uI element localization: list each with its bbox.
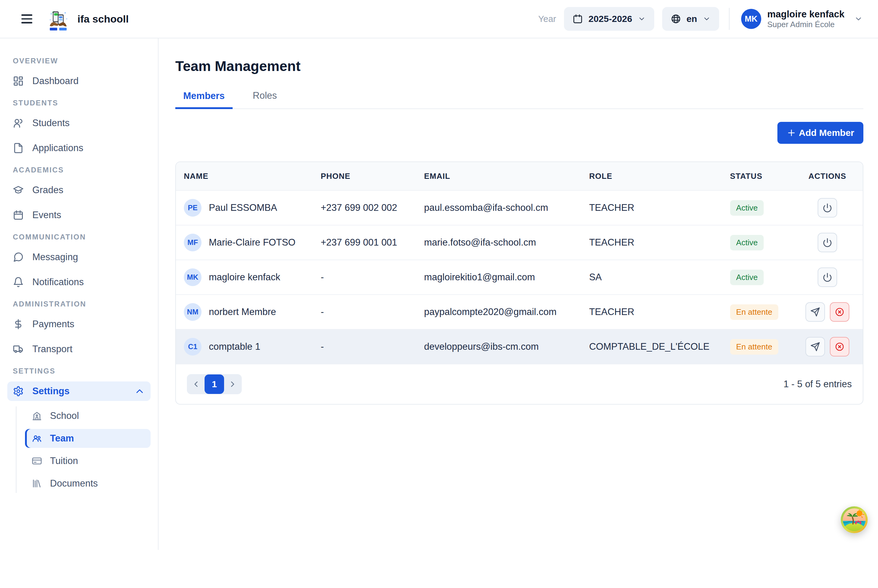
- sidebar-item-transport[interactable]: Transport: [8, 339, 150, 359]
- member-role: COMPTABLE_DE_L'ÉCOLE: [589, 341, 730, 352]
- school-logo: [47, 8, 70, 30]
- member-role: TEACHER: [589, 202, 730, 213]
- user-name: magloire kenfack: [767, 9, 845, 20]
- column-email: EMAIL: [424, 171, 589, 181]
- brand-title: ifa schooll: [77, 13, 129, 25]
- status-badge: En attente: [730, 339, 779, 355]
- sidebar-item-school[interactable]: School: [25, 406, 150, 425]
- gear-icon: [13, 386, 24, 397]
- resend-invite-button[interactable]: [806, 337, 825, 357]
- resend-invite-button[interactable]: [806, 302, 825, 322]
- member-phone: +237 699 002 002: [321, 202, 424, 213]
- add-member-button[interactable]: Add Member: [777, 122, 863, 144]
- add-member-label: Add Member: [799, 128, 854, 138]
- deactivate-button[interactable]: [818, 233, 837, 252]
- chevron-down-icon: [703, 15, 711, 23]
- status-badge: Active: [730, 235, 764, 250]
- plus-icon: [786, 128, 796, 138]
- avatar: MF: [184, 234, 201, 251]
- pagination-prev[interactable]: [189, 377, 203, 392]
- sidebar-item-payments[interactable]: Payments: [8, 314, 150, 334]
- truck-icon: [13, 344, 24, 355]
- table-row: C1 comptable 1 - developpeurs@ibs-cm.com…: [176, 329, 863, 364]
- sidebar-item-label: Dashboard: [32, 75, 79, 87]
- sidebar-item-label: Notifications: [32, 277, 84, 288]
- sidebar-item-label: Messaging: [32, 252, 78, 262]
- table-row: PE Paul ESSOMBA +237 699 002 002 paul.es…: [176, 190, 863, 225]
- user-menu[interactable]: MK magloire kenfack Super Admin École: [739, 8, 864, 30]
- member-role: TEACHER: [589, 237, 730, 248]
- column-name: NAME: [184, 171, 321, 181]
- pagination-page-1[interactable]: 1: [204, 374, 224, 394]
- user-avatar: MK: [741, 9, 761, 29]
- menu-toggle-button[interactable]: [20, 12, 34, 25]
- status-badge: En attente: [730, 304, 779, 320]
- member-phone: +237 699 001 001: [321, 237, 424, 248]
- column-role: ROLE: [589, 171, 730, 181]
- column-actions: ACTIONS: [800, 171, 855, 181]
- tab-roles[interactable]: Roles: [245, 90, 285, 108]
- beach-widget-button[interactable]: [840, 506, 868, 534]
- status-badge: Active: [730, 270, 764, 285]
- sidebar-item-settings[interactable]: Settings: [8, 381, 150, 401]
- deactivate-button[interactable]: [818, 267, 837, 287]
- section-label-academics: ACADEMICS: [13, 166, 145, 174]
- page-title: Team Management: [175, 58, 863, 74]
- pagination-next[interactable]: [225, 377, 240, 392]
- language-select[interactable]: en: [662, 7, 719, 31]
- pagination: 1: [187, 374, 242, 394]
- team-icon: [32, 433, 42, 444]
- member-email: magloirekitio1@gmail.com: [424, 272, 589, 283]
- sidebar-item-students[interactable]: Students: [8, 113, 150, 133]
- deactivate-button[interactable]: [818, 198, 837, 218]
- students-icon: [13, 118, 24, 129]
- sidebar-item-label: Students: [32, 118, 69, 129]
- sidebar-item-applications[interactable]: Applications: [8, 138, 150, 158]
- sidebar-item-events[interactable]: Events: [8, 206, 150, 225]
- avatar: MK: [184, 268, 201, 286]
- cancel-invite-button[interactable]: [830, 302, 849, 322]
- sidebar-item-label: Applications: [32, 142, 83, 153]
- avatar: C1: [184, 338, 201, 356]
- sidebar-item-tuition[interactable]: Tuition: [25, 452, 150, 470]
- member-name: Marie-Claire FOTSO: [209, 237, 295, 248]
- member-phone: -: [321, 272, 424, 283]
- chevron-left-icon: [191, 380, 201, 389]
- power-icon: [822, 238, 832, 248]
- x-circle-icon: [835, 307, 845, 317]
- bell-icon: [13, 277, 24, 288]
- calendar-icon: [573, 14, 583, 24]
- sidebar-item-label: Tuition: [50, 456, 78, 466]
- library-icon: [32, 478, 42, 489]
- sidebar: OVERVIEW Dashboard STUDENTS Students: [0, 38, 158, 550]
- column-phone: PHONE: [321, 171, 424, 181]
- sidebar-item-dashboard[interactable]: Dashboard: [8, 71, 150, 91]
- cancel-invite-button[interactable]: [830, 337, 849, 357]
- member-email: marie.fotso@ifa-school.cm: [424, 237, 589, 248]
- calendar-icon: [13, 210, 24, 220]
- x-circle-icon: [835, 342, 845, 352]
- table-row: NM norbert Membre - paypalcompte2020@gma…: [176, 294, 863, 329]
- member-phone: -: [321, 306, 424, 318]
- dollar-icon: [13, 319, 24, 330]
- sidebar-item-documents[interactable]: Documents: [25, 474, 150, 493]
- sidebar-item-messaging[interactable]: Messaging: [8, 248, 150, 267]
- member-role: TEACHER: [589, 306, 730, 318]
- sidebar-item-grades[interactable]: Grades: [8, 180, 150, 200]
- sidebar-item-team[interactable]: Team: [25, 429, 150, 448]
- applications-icon: [13, 142, 24, 153]
- chat-icon: [13, 252, 24, 262]
- member-role: SA: [589, 272, 730, 283]
- section-label-overview: OVERVIEW: [13, 57, 145, 65]
- member-name: comptable 1: [209, 341, 260, 352]
- beach-island-icon: [840, 506, 868, 534]
- section-label-settings: SETTINGS: [13, 367, 145, 375]
- table-header: NAME PHONE EMAIL ROLE STATUS ACTIONS: [176, 162, 863, 190]
- sidebar-item-label: Team: [50, 433, 74, 444]
- year-label: Year: [538, 14, 556, 24]
- sidebar-item-notifications[interactable]: Notifications: [8, 272, 150, 292]
- entries-summary: 1 - 5 of 5 entries: [783, 379, 852, 390]
- year-select[interactable]: 2025-2026: [564, 7, 654, 31]
- tab-members[interactable]: Members: [175, 90, 233, 109]
- language-value: en: [687, 14, 697, 24]
